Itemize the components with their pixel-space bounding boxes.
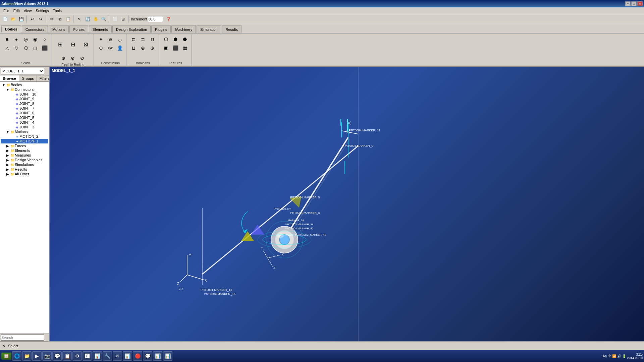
close-button[interactable]: ✕ [637, 1, 643, 6]
tab-forces[interactable]: Forces [69, 25, 88, 33]
ribbon-btn-marker[interactable]: ⌀ [106, 35, 115, 44]
tab-simulation[interactable]: Simulation [197, 25, 221, 33]
tree-item-joint8[interactable]: ◆ JOINT_8 [1, 101, 48, 106]
menu-tools[interactable]: Tools [51, 8, 64, 13]
ribbon-btn-merge[interactable]: ⊔ [129, 44, 138, 52]
ribbon-btn-cone[interactable]: △ [3, 44, 11, 52]
toolbar-undo[interactable]: ↩ [29, 15, 36, 23]
taskbar-ie[interactable]: 🌐 [12, 351, 21, 361]
toggle-forces[interactable]: ▶ [5, 144, 10, 148]
taskbar-ppt[interactable]: 📊 [153, 351, 162, 361]
tab-plugins[interactable]: Plugins [151, 25, 171, 33]
toolbar-zoom-fit[interactable]: ⊞ [119, 15, 127, 23]
ribbon-btn-plate[interactable]: ◻ [31, 44, 40, 52]
toolbar-cut[interactable]: ✂ [48, 15, 56, 23]
viewport[interactable]: MODEL_1_1 [50, 67, 644, 341]
increment-input[interactable] [148, 16, 163, 22]
toggle-measures[interactable]: ▶ [5, 154, 10, 157]
tree-item-joint9[interactable]: ◆ JOINT_9 [1, 97, 48, 101]
ribbon-btn-link[interactable]: ⬛ [40, 44, 49, 52]
ribbon-btn-flex1[interactable]: ⊞ [54, 35, 66, 54]
panel-tab-groups[interactable]: Groups [19, 75, 37, 81]
tree-item-all-other[interactable]: ▶ 📁 All Other [1, 172, 48, 176]
tree-item-joint7[interactable]: ◆ JOINT_7 [1, 106, 48, 111]
ribbon-btn-rib[interactable]: ⬛ [171, 44, 180, 52]
toolbar-new[interactable]: 📄 [1, 15, 9, 23]
ribbon-btn-sphere[interactable]: ● [12, 35, 21, 44]
toggle-all-other[interactable]: ▶ [5, 172, 10, 176]
toolbar-save[interactable]: 💾 [17, 15, 25, 23]
model-selector-dropdown[interactable]: MODEL_1_1 [1, 68, 44, 74]
toolbar-help[interactable]: ❓ [165, 15, 172, 23]
taskbar-tool2[interactable]: 🔧 [103, 351, 112, 361]
ribbon-btn-hole[interactable]: ⬣ [180, 35, 189, 44]
ribbon-btn-point[interactable]: ✦ [97, 35, 105, 44]
panel-tab-browse[interactable]: Browse [0, 75, 19, 81]
toolbar-zoom-in[interactable]: 🔍 [100, 15, 107, 23]
search-input[interactable] [1, 335, 44, 341]
taskbar-adams[interactable]: 🔴 [133, 351, 142, 361]
ribbon-btn-flex3[interactable]: ⊠ [79, 35, 92, 54]
toolbar-paste[interactable]: 📋 [64, 15, 72, 23]
ribbon-btn-flex6[interactable]: ⊘ [78, 54, 87, 62]
tree-item-bodies[interactable]: ▼ 📁 Bodies [1, 82, 48, 87]
toolbar-copy[interactable]: ⧉ [56, 15, 64, 23]
tab-motions[interactable]: Motions [49, 25, 69, 33]
taskbar-acrobat[interactable]: 🅰 [83, 351, 92, 361]
ribbon-btn-flex5[interactable]: ⊗ [68, 54, 77, 62]
tab-results[interactable]: Results [222, 25, 242, 33]
toolbar-select[interactable]: ↖ [76, 15, 83, 23]
ribbon-btn-body-frame[interactable]: 👤 [115, 44, 124, 52]
menu-file[interactable]: File [1, 8, 11, 13]
ribbon-btn-extrude[interactable]: ⬡ [21, 44, 30, 52]
ribbon-btn-pattern[interactable]: ▦ [180, 44, 189, 52]
taskbar-mail[interactable]: ✉ [113, 351, 122, 361]
taskbar-excel[interactable]: 📊 [93, 351, 102, 361]
taskbar-notes[interactable]: 📋 [62, 351, 72, 361]
toolbar-zoom-window[interactable]: ⬜ [111, 15, 119, 23]
ribbon-btn-torus[interactable]: ◉ [31, 35, 40, 44]
tree-item-simulations[interactable]: ▶ 📁 Simulations [1, 162, 48, 167]
toolbar-open[interactable]: 📂 [9, 15, 17, 23]
ribbon-btn-union[interactable]: ⊏ [129, 35, 138, 44]
tab-connectors[interactable]: Connectors [22, 25, 48, 33]
ribbon-btn-subtract[interactable]: ⊐ [139, 35, 147, 44]
tab-elements[interactable]: Elements [89, 25, 112, 33]
ribbon-btn-intersect[interactable]: ⊓ [148, 35, 157, 44]
tree-item-design-vars[interactable]: ▶ 📁 Design Variables [1, 158, 48, 162]
taskbar-chat[interactable]: 💬 [52, 351, 62, 361]
toggle-results[interactable]: ▶ [5, 168, 10, 171]
menu-view[interactable]: View [22, 8, 34, 13]
toggle-elements[interactable]: ▶ [5, 149, 10, 153]
ribbon-btn-cylinder[interactable]: ◎ [21, 35, 30, 44]
toggle-motions[interactable]: ▼ [5, 130, 10, 134]
tree-item-connectors[interactable]: ▼ 📁 Connectors [1, 87, 48, 92]
tree-item-joint4[interactable]: ◆ JOINT_4 [1, 120, 48, 125]
taskbar-media[interactable]: ▶ [32, 351, 42, 361]
menu-edit[interactable]: Edit [11, 8, 22, 13]
taskbar-as[interactable]: 📊 [163, 351, 172, 361]
ribbon-btn-flex4[interactable]: ⊕ [59, 54, 68, 62]
minimize-button[interactable]: − [625, 1, 631, 6]
tree-item-measures[interactable]: ▶ 📁 Measures [1, 153, 48, 158]
ribbon-btn-combine[interactable]: ⊕ [148, 44, 157, 52]
ribbon-btn-fillet[interactable]: ⬡ [162, 35, 170, 44]
tree-item-results[interactable]: ▶ 📁 Results [1, 167, 48, 172]
maximize-button[interactable]: □ [631, 1, 637, 6]
tree-item-joint10[interactable]: ◆ JOINT_10 [1, 92, 48, 97]
ribbon-btn-split[interactable]: ⊛ [139, 44, 147, 52]
ribbon-btn-chamfer[interactable]: ⬢ [171, 35, 180, 44]
tab-design-exploration[interactable]: Design Exploration [112, 25, 151, 33]
tree-item-forces[interactable]: ▶ 📁 Forces [1, 143, 48, 148]
menu-settings[interactable]: Settings [34, 8, 51, 13]
tree-item-joint6[interactable]: ◆ JOINT_6 [1, 111, 48, 115]
ribbon-btn-flex2[interactable]: ⊟ [67, 35, 79, 54]
taskbar-settings[interactable]: ⚙ [72, 351, 82, 361]
ribbon-btn-frustum[interactable]: ▽ [12, 44, 21, 52]
tab-bodies[interactable]: Bodies [1, 25, 21, 33]
ribbon-btn-xyz[interactable]: xyz [106, 44, 115, 52]
tree-item-joint3[interactable]: ◆ JOINT_3 [1, 125, 48, 129]
taskbar-camera[interactable]: 📷 [42, 351, 52, 361]
taskbar-chart2[interactable]: 📊 [123, 351, 132, 361]
ribbon-btn-box[interactable]: ■ [3, 35, 11, 44]
